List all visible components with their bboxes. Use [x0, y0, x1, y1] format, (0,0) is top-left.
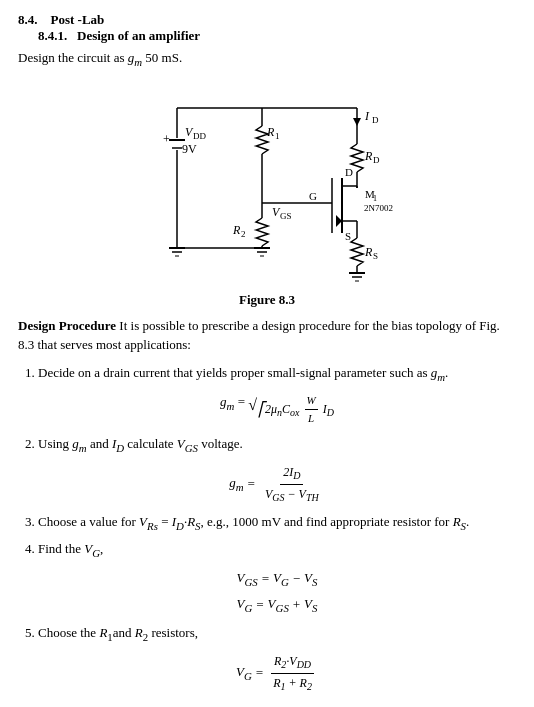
step-5: Choose the R1and R2 resistors, VG = R2·V…: [38, 623, 516, 696]
rd-label: R: [364, 149, 373, 163]
circuit-diagram-container: + V DD 9V R 1 I D R D: [18, 78, 516, 288]
step-3: Choose a value for VRs = ID·RS, e.g., 10…: [38, 512, 516, 535]
formula-vg-divider: VG = R2·VDD R1 + R2: [38, 652, 516, 696]
m1-subscript: 1: [373, 194, 377, 203]
rs-label: R: [364, 245, 373, 259]
figure-label: Figure 8.3: [18, 292, 516, 308]
subsection-header: 8.4.1. Design of an amplifier: [38, 28, 516, 44]
intro-text: Design the circuit as gm 50 mS.: [18, 50, 516, 68]
step-1: Decide on a drain current that yields pr…: [38, 363, 516, 428]
vdd-plus: +: [163, 132, 170, 146]
r2-label: R: [232, 223, 241, 237]
vdd-subscript: DD: [193, 131, 206, 141]
subsection-number: 8.4.1.: [38, 28, 67, 43]
r1-subscript: 1: [275, 131, 280, 141]
gate-label: G: [309, 190, 317, 202]
procedure-title: Design Procedure: [18, 318, 116, 333]
circuit-svg: + V DD 9V R 1 I D R D: [117, 78, 417, 288]
r2-subscript: 2: [241, 229, 246, 239]
rd-subscript: D: [373, 155, 380, 165]
section-label: Post -Lab: [51, 12, 105, 27]
drain-label: D: [345, 166, 353, 178]
id-arrow: [353, 118, 361, 126]
step-2: Using gm and ID calculate VGS voltage. g…: [38, 434, 516, 507]
formula-vg: VGS = VG − VS VG = VGS + VS: [38, 568, 516, 617]
transistor-part: 2N7002: [364, 203, 393, 213]
section-header: 8.4. Post -Lab: [18, 12, 516, 28]
r1-label: R: [266, 125, 275, 139]
subsection-label: Design of an amplifier: [77, 28, 200, 43]
formula-gm-frac: gm = 2ID VGS − VTH: [38, 463, 516, 507]
rs-subscript: S: [373, 251, 378, 261]
step-4: Find the VG, VGS = VG − VS VG = VGS + VS: [38, 539, 516, 617]
design-procedure-text: Design Procedure It is possible to presc…: [18, 316, 516, 355]
voltage-value: 9V: [182, 142, 197, 156]
figure-label-text: Figure 8.3: [239, 292, 295, 307]
source-label: S: [345, 230, 351, 242]
steps-list: Decide on a drain current that yields pr…: [38, 363, 516, 696]
id-label: I: [364, 109, 370, 123]
section-number: 8.4. Post -Lab: [18, 12, 104, 27]
id-subscript: D: [372, 115, 379, 125]
vgs-subscript: GS: [280, 211, 292, 221]
formula-gm-sqrt: gm = √ ⎡2μnCox W L ID: [38, 392, 516, 428]
